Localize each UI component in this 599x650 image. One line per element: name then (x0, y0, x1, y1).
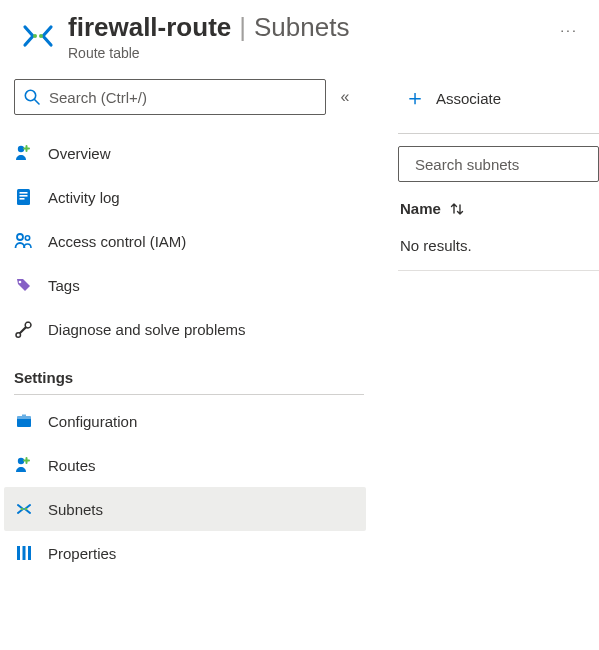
menu-search-field[interactable] (41, 88, 317, 107)
sidebar-item-label: Routes (42, 457, 96, 474)
main-content: ＋ Associate Name No results. (370, 79, 599, 650)
svg-point-16 (21, 508, 24, 511)
associate-label: Associate (436, 90, 501, 107)
svg-point-9 (17, 234, 23, 240)
svg-line-3 (35, 100, 40, 105)
activity-log-icon (14, 187, 42, 207)
sidebar-item-label: Access control (IAM) (42, 233, 186, 250)
svg-point-17 (25, 508, 28, 511)
sidebar-item-access-control[interactable]: Access control (IAM) (4, 219, 366, 263)
column-header-label: Name (400, 200, 441, 217)
configuration-icon (14, 411, 42, 431)
svg-rect-14 (22, 415, 26, 417)
svg-rect-12 (17, 418, 31, 427)
diagnose-icon (14, 319, 42, 339)
sidebar-item-label: Subnets (42, 501, 103, 518)
overview-icon (14, 143, 42, 163)
sidebar-item-activity-log[interactable]: Activity log (4, 175, 366, 219)
command-bar-divider (398, 133, 599, 134)
svg-point-0 (33, 34, 37, 38)
svg-rect-18 (17, 546, 20, 560)
more-actions-button[interactable]: ··· (553, 12, 585, 38)
svg-rect-5 (17, 189, 30, 205)
collapse-sidebar-button[interactable]: « (326, 88, 364, 106)
resource-name: firewall-route (68, 12, 231, 43)
sidebar-item-label: Properties (42, 545, 116, 562)
sidebar-item-label: Activity log (42, 189, 120, 206)
sidebar-item-configuration[interactable]: Configuration (4, 399, 366, 443)
no-results-text: No results. (398, 231, 599, 270)
column-header-name[interactable]: Name (398, 182, 599, 231)
sidebar-item-properties[interactable]: Properties (4, 531, 366, 575)
sidebar-item-subnets[interactable]: Subnets (4, 487, 366, 531)
sidebar-item-label: Overview (42, 145, 111, 162)
sidebar: « Overview (0, 79, 370, 650)
title-separator: | (231, 12, 254, 43)
svg-rect-7 (20, 195, 28, 197)
plus-icon: ＋ (404, 87, 426, 109)
subnet-search-field[interactable] (407, 155, 599, 174)
access-control-icon (14, 231, 42, 251)
svg-rect-19 (23, 546, 26, 560)
table-bottom-divider (398, 270, 599, 271)
subnet-search-input[interactable] (398, 146, 599, 182)
sort-icon (449, 201, 465, 217)
svg-point-1 (39, 34, 43, 38)
sidebar-section-settings: Settings (14, 351, 364, 395)
sidebar-item-label: Diagnose and solve problems (42, 321, 246, 338)
sidebar-item-label: Configuration (42, 413, 137, 430)
resource-type-icon (14, 12, 62, 60)
properties-icon (14, 543, 42, 563)
sidebar-item-routes[interactable]: Routes (4, 443, 366, 487)
routes-icon (14, 455, 42, 475)
svg-point-11 (19, 281, 22, 284)
menu-search-input[interactable] (14, 79, 326, 115)
associate-button[interactable]: ＋ Associate (398, 83, 507, 113)
subnets-icon (14, 499, 42, 519)
sidebar-item-overview[interactable]: Overview (4, 131, 366, 175)
svg-rect-8 (20, 198, 25, 200)
sidebar-item-tags[interactable]: Tags (4, 263, 366, 307)
resource-type-label: Route table (68, 45, 553, 61)
svg-point-10 (25, 236, 29, 240)
svg-rect-20 (28, 546, 31, 560)
sidebar-item-diagnose[interactable]: Diagnose and solve problems (4, 307, 366, 351)
sidebar-item-label: Tags (42, 277, 80, 294)
blade-title: Subnets (254, 12, 349, 43)
svg-rect-6 (20, 192, 28, 194)
tags-icon (14, 275, 42, 295)
search-icon (23, 88, 41, 106)
